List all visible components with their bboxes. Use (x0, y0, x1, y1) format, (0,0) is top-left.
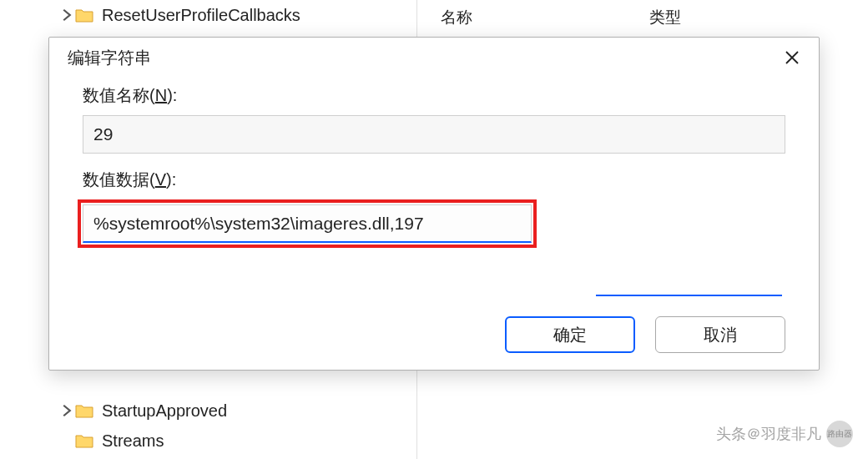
tree-item-label: Streams (102, 431, 164, 451)
cancel-button[interactable]: 取消 (655, 316, 785, 353)
dialog-buttons: 确定 取消 (505, 316, 785, 353)
column-header-type[interactable]: 类型 (649, 3, 868, 32)
watermark-badge: 路由器 (826, 421, 853, 447)
tree-item-label: ResetUserProfileCallbacks (102, 6, 300, 25)
value-name-group: 数值名称(N): (83, 84, 785, 154)
value-data-label: 数值数据(V): (83, 169, 785, 191)
tree-item[interactable]: Streams (58, 426, 227, 456)
ok-button[interactable]: 确定 (505, 316, 635, 353)
highlight-annotation (78, 199, 537, 248)
value-data-input[interactable] (83, 204, 532, 243)
watermark: 头条＠羽度非凡 路由器 (716, 421, 853, 447)
list-header: 名称 类型 (441, 3, 868, 32)
edit-string-dialog: 编辑字符串 数值名称(N): 数值数据(V): 确定 取消 (48, 37, 820, 371)
close-button[interactable] (779, 44, 805, 71)
focus-underline (596, 295, 782, 296)
tree-item[interactable]: StartupApproved (58, 396, 227, 426)
folder-icon (75, 433, 93, 448)
value-name-input[interactable] (83, 115, 785, 154)
dialog-title: 编辑字符串 (68, 47, 151, 69)
chevron-right-icon[interactable] (58, 402, 75, 419)
dialog-header: 编辑字符串 (49, 38, 819, 78)
dialog-body: 数值名称(N): 数值数据(V): (49, 78, 819, 248)
value-data-group: 数值数据(V): (83, 169, 785, 248)
watermark-text: 头条＠羽度非凡 (716, 424, 821, 444)
column-header-name[interactable]: 名称 (441, 3, 649, 32)
tree-item-label: StartupApproved (102, 401, 227, 421)
close-icon (784, 49, 800, 66)
folder-icon (75, 8, 93, 23)
chevron-right-icon[interactable] (58, 7, 75, 23)
folder-icon (75, 403, 93, 418)
tree-item[interactable]: ResetUserProfileCallbacks (58, 0, 416, 30)
value-name-label: 数值名称(N): (83, 84, 785, 107)
tree-bottom: StartupApproved Streams (58, 396, 227, 456)
